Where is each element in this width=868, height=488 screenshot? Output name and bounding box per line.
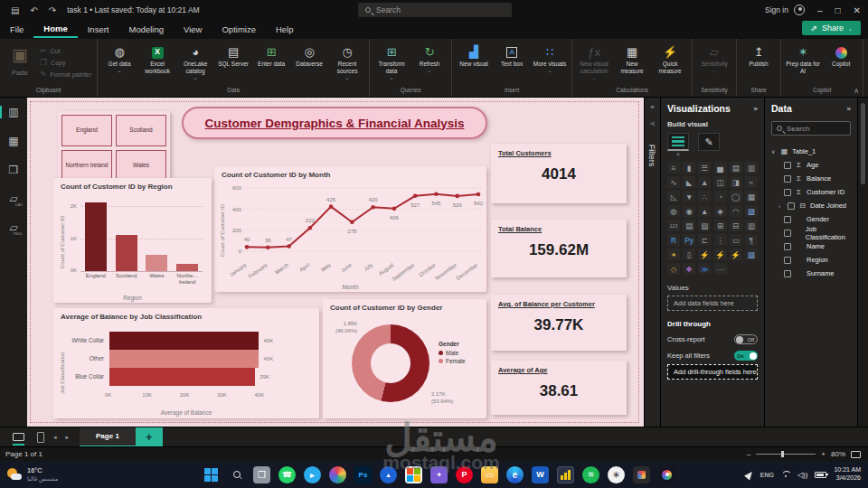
power-automate-template-3-icon[interactable]: ⚡ [730, 249, 742, 260]
decomposition-tree-icon[interactable]: ⋮ [714, 234, 727, 246]
paste-button[interactable]: ▣Paste [4, 42, 36, 76]
menu-file[interactable]: File [0, 22, 33, 37]
refresh-button[interactable]: ↻Refresh⌄ [411, 42, 448, 75]
volume-icon[interactable]: ◁)) [797, 471, 807, 479]
report-page[interactable]: Customer Demgraphics & Financial Analysi… [30, 101, 639, 423]
filled-map-icon[interactable]: ◉ [683, 205, 695, 217]
word-taskbar-icon[interactable]: W [532, 466, 549, 483]
waterfall-chart-icon[interactable]: ◺ [667, 191, 680, 202]
clustered-column-chart-icon[interactable]: ▅ [714, 162, 727, 174]
power-automate-template-2-icon[interactable]: ⚡ [714, 249, 727, 260]
app-blue-taskbar-icon[interactable]: ▲ [380, 466, 397, 483]
field-row-balance[interactable]: ΣBalance [771, 172, 851, 185]
python-visual-icon[interactable]: Py [683, 234, 695, 246]
slicer-icon[interactable]: ⊏ [698, 234, 711, 246]
collapse-ribbon-icon[interactable]: ∧ [854, 87, 859, 95]
expand-pane-icon[interactable]: » [754, 105, 758, 113]
field-row-name[interactable]: Name [771, 239, 851, 253]
close-button[interactable]: ✕ [854, 5, 861, 15]
region-bar-chart-visual[interactable]: Count of Customer ID by Region Count of … [53, 178, 212, 303]
copy-button[interactable]: ❐Copy [38, 57, 93, 68]
area-chart-icon[interactable]: ◣ [683, 176, 695, 188]
copilot-button[interactable]: Copilot [823, 42, 859, 68]
model-view-icon[interactable]: ❒ [6, 163, 21, 177]
edge-taskbar-icon[interactable]: e [506, 466, 524, 483]
language-indicator[interactable]: ENG [760, 472, 774, 478]
gauge-icon[interactable]: ◠ [730, 205, 742, 217]
line-and-stacked-column-chart-icon[interactable]: ◫ [714, 176, 727, 188]
field-checkbox[interactable] [784, 216, 791, 223]
field-checkbox[interactable] [784, 175, 791, 183]
field-checkbox[interactable] [784, 270, 791, 277]
keep-all-filters-toggle[interactable]: On [734, 351, 758, 361]
new-page-button[interactable]: + [136, 427, 163, 447]
kpi-icon[interactable]: ▧ [698, 220, 711, 231]
whatsapp-taskbar-icon[interactable]: ☎ [278, 466, 296, 483]
metrics-icon[interactable]: ✦ [667, 249, 680, 260]
field-checkbox[interactable] [784, 257, 791, 264]
share-button[interactable]: ⇗ Share ⌄ [802, 21, 861, 35]
table-view-icon[interactable]: ▦ [6, 134, 21, 148]
bar[interactable] [109, 368, 255, 386]
spotify-taskbar-icon[interactable]: ≋ [582, 466, 599, 483]
filters-pane-collapsed[interactable]: « ⊲ Filters [644, 98, 660, 427]
bar[interactable] [109, 350, 259, 368]
microsoft-store-taskbar-icon[interactable] [405, 466, 422, 483]
onelake-catalog-button[interactable]: ◕OneLake catalog⌄ [177, 42, 213, 82]
bar-wales[interactable] [146, 255, 167, 271]
slicer-button-scotland[interactable]: Scotland [116, 115, 166, 146]
line-chart-icon[interactable]: ∿ [667, 176, 680, 188]
stacked-bar-chart-icon[interactable]: ≡ [667, 162, 680, 174]
pinterest-taskbar-icon[interactable]: P [456, 466, 473, 483]
field-checkbox[interactable] [784, 230, 791, 237]
azure-map-icon[interactable]: ◈ [714, 205, 727, 217]
new-measure-button[interactable]: ▦New measure [614, 42, 650, 75]
mobile-layout-icon[interactable] [37, 432, 44, 443]
vertical-scrollbar[interactable] [857, 98, 868, 427]
bar-row-white-collar[interactable]: White Collar40K [109, 332, 292, 350]
legend-item-female[interactable]: Female [439, 358, 466, 364]
tmdl-view-icon[interactable]: ▱TMDL [6, 221, 21, 235]
wifi-icon[interactable] [781, 471, 790, 478]
menu-insert[interactable]: Insert [78, 22, 119, 37]
desktop-layout-icon[interactable] [13, 433, 24, 441]
pin-icon[interactable]: ⊲ [650, 120, 656, 127]
save-icon[interactable]: ▤ [11, 5, 19, 15]
task-view-taskbar-icon[interactable]: ❐ [253, 466, 270, 483]
next-page-icon[interactable]: ▸ [66, 434, 70, 441]
zoom-slider[interactable] [756, 454, 816, 455]
table-icon[interactable]: ⊞ [714, 220, 727, 231]
battery-icon[interactable] [815, 472, 826, 478]
legend-item-male[interactable]: Male [439, 350, 466, 356]
shape-map-icon[interactable]: ▲ [698, 205, 711, 217]
custom-visual-icon[interactable]: ❖ [683, 263, 695, 275]
redo-icon[interactable]: ↷ [49, 5, 56, 15]
arcgis-map-icon[interactable]: ▨ [745, 205, 758, 217]
search-taskbar-icon[interactable] [228, 466, 245, 483]
job-bar-chart-visual[interactable]: Average of Balance by Job Classification… [53, 308, 319, 418]
build-visual-tab[interactable] [667, 133, 689, 151]
get-more-visuals-icon[interactable]: ⋯ [714, 263, 727, 275]
add-drill-through-fields-well[interactable]: Add drill-through fields here [667, 364, 758, 380]
100-stacked-bar-chart-icon[interactable]: ▤ [730, 162, 742, 174]
recent-sources-button[interactable]: ◷Recent sources⌄ [329, 42, 365, 82]
text-box-button[interactable]: AText box [494, 42, 530, 68]
qa-visual-icon[interactable]: ▭ [730, 234, 742, 246]
undo-icon[interactable]: ↶ [30, 5, 37, 15]
dax-query-view-icon[interactable]: ▱DAX [6, 192, 21, 206]
file-explorer-taskbar-icon[interactable]: ▭ [481, 466, 498, 483]
bar-row-other[interactable]: Other40K [109, 350, 292, 368]
page-tab[interactable]: Page 1 [80, 427, 136, 447]
transform-data-button[interactable]: ⊞Transform data⌄ [373, 42, 410, 82]
treemap-icon[interactable]: ▦ [745, 191, 758, 202]
stacked-area-chart-icon[interactable]: ▲ [698, 176, 711, 188]
report-visual-icon[interactable]: ▯ [683, 249, 695, 260]
maximize-button[interactable]: □ [835, 5, 841, 15]
cut-button[interactable]: ✂Cut [38, 45, 93, 56]
kpi-card-3[interactable]: Avg. of Balance per Customer39.77K [491, 295, 627, 351]
quick-measure-button[interactable]: ⚡Quick measure [652, 42, 688, 75]
sql-server-button[interactable]: ▤SQL Server [215, 42, 251, 68]
expand-icon[interactable]: › [778, 203, 784, 209]
enter-data-button[interactable]: ⊞Enter data [253, 42, 289, 68]
stacked-column-chart-icon[interactable]: ▮ [683, 162, 695, 174]
